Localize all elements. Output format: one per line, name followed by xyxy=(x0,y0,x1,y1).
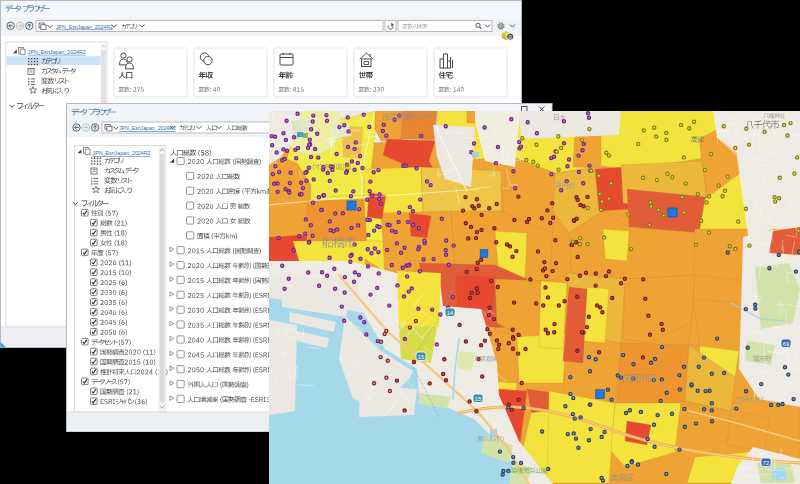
svg-text:15: 15 xyxy=(418,354,424,360)
svg-text:72: 72 xyxy=(763,460,769,466)
svg-text:JPN_EsriJapan_2024R2: JPN_EsriJapan_2024R2 xyxy=(56,24,113,30)
svg-text:JPN_EsriJapan_2024R2: JPN_EsriJapan_2024R2 xyxy=(28,49,86,55)
svg-text:69: 69 xyxy=(783,341,789,347)
svg-text:0: 0 xyxy=(509,34,512,40)
svg-text:15: 15 xyxy=(475,396,481,402)
svg-text:14: 14 xyxy=(447,310,454,316)
svg-text:JPN_EsriJapan_2024R2: JPN_EsriJapan_2024R2 xyxy=(119,125,176,131)
svg-text:JPN_EsriJapan_2024R2: JPN_EsriJapan_2024R2 xyxy=(93,150,151,156)
